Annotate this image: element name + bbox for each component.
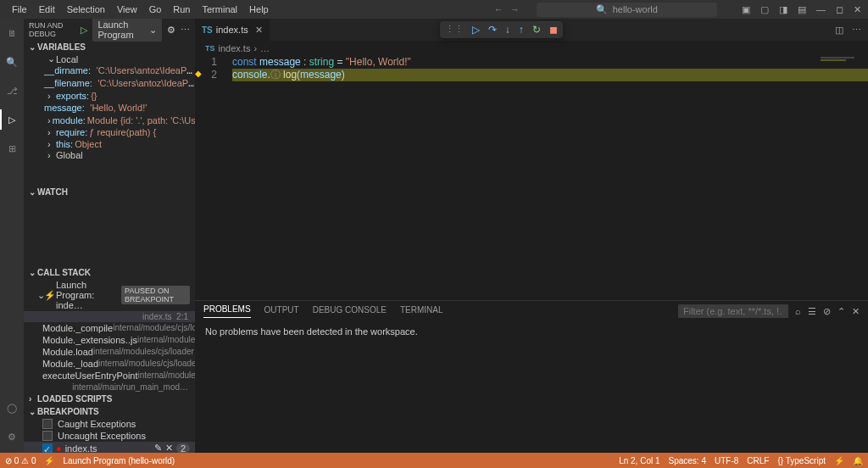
tab-close-icon[interactable]: ✕ [255, 25, 263, 36]
variable-row[interactable]: › exports: {} [24, 90, 195, 102]
bp-file-row[interactable]: ✓ ● index.ts ✎ ✕ 2 [24, 442, 195, 453]
variable-row[interactable]: › require: ƒ require(path) { [24, 126, 195, 138]
menu-selection[interactable]: Selection [62, 3, 110, 16]
menu-run[interactable]: Run [168, 3, 195, 16]
statusbar: ⊘ 0 ⚠ 0⚡Launch Program (hello-world) Ln … [0, 453, 868, 468]
status-item[interactable]: Launch Program (hello-world) [63, 456, 175, 465]
status-item[interactable]: ⚡ [834, 456, 844, 465]
global-scope[interactable]: ›Global [24, 150, 195, 160]
variables-header[interactable]: ⌄Variables [24, 41, 195, 53]
local-scope[interactable]: ⌄Local [24, 53, 195, 64]
play-icon[interactable]: ▷ [81, 25, 87, 36]
line-number[interactable]: 2 [195, 69, 229, 81]
more-icon[interactable]: ⋯ [181, 25, 190, 36]
split-icon[interactable]: ◫ [835, 25, 843, 36]
stack-frame[interactable]: executeUserEntryPointinternal/modules… [24, 370, 195, 382]
stack-frame[interactable]: Module._loadinternal/modules/cjs/loader [24, 358, 195, 370]
status-item[interactable]: ⊘ 0 ⚠ 0 [5, 456, 36, 465]
scm-icon[interactable]: ⎇ [4, 83, 19, 98]
menu-view[interactable]: View [112, 3, 142, 16]
restart-icon[interactable]: ↻ [532, 24, 541, 36]
edit-icon[interactable]: ✎ [154, 443, 162, 453]
menu-terminal[interactable]: Terminal [198, 3, 243, 16]
variable-row[interactable]: __dirname: 'C:\Users\antoz\IdeaProjects… [24, 64, 195, 77]
bp-uncaught[interactable]: Uncaught Exceptions [24, 430, 195, 442]
bp-checkbox[interactable]: ✓ [42, 443, 53, 454]
status-item[interactable]: UTF-8 [715, 456, 738, 465]
status-item[interactable]: 🔔 [853, 456, 863, 465]
minimap[interactable] [817, 56, 868, 73]
step-out-icon[interactable]: ↑ [519, 24, 524, 36]
tab-index-ts[interactable]: TS index.ts ✕ [195, 19, 270, 41]
collapse-icon[interactable]: ☰ [808, 306, 816, 317]
panel-tab-output[interactable]: Output [264, 305, 299, 318]
watch-header[interactable]: ⌄Watch [24, 186, 195, 198]
stack-frame[interactable]: index.ts 2:1 [24, 311, 195, 322]
sidebar-icon[interactable]: ◨ [779, 4, 787, 15]
code-editor[interactable]: ◆ 12 const message : string = "Hello, Wo… [195, 56, 868, 300]
panel-tab-terminal[interactable]: Terminal [400, 305, 443, 318]
search-activity-icon[interactable]: 🔍 [4, 54, 19, 70]
explorer-icon[interactable]: 🗎 [4, 25, 19, 41]
status-item[interactable]: {} TypeScript [777, 456, 826, 465]
status-item[interactable]: ⚡ [44, 456, 54, 465]
account-icon[interactable]: ◯ [4, 400, 19, 415]
variable-row[interactable]: › module: Module {id: '.', path: 'C:\Use… [24, 114, 195, 126]
minimize-icon[interactable]: — [816, 4, 826, 15]
maximize-icon[interactable]: ◻ [836, 4, 843, 15]
clear-icon[interactable]: ⊘ [823, 306, 831, 317]
stack-frame[interactable]: Module._extensions..jsinternal/module… [24, 334, 195, 346]
stack-frame[interactable]: internal/main/run_main_mod… [24, 382, 195, 393]
stop-icon[interactable]: ◼ [549, 24, 558, 36]
menu-help[interactable]: Help [244, 3, 274, 16]
callstack-header[interactable]: ⌄Call Stack [24, 266, 195, 279]
close-panel-icon[interactable]: ✕ [852, 306, 860, 317]
panel-tab-problems[interactable]: Problems [203, 304, 251, 318]
step-into-icon[interactable]: ↓ [505, 24, 510, 36]
customize-icon[interactable]: ▤ [798, 4, 806, 15]
layout-icon[interactable]: ▣ [742, 4, 750, 15]
bp-caught[interactable]: Caught Exceptions [24, 418, 195, 430]
variable-row[interactable]: › this: Object [24, 138, 195, 150]
problems-filter-input[interactable] [678, 304, 788, 318]
debug-icon[interactable]: ▷ [4, 112, 19, 127]
bottom-panel: ProblemsOutputDebug ConsoleTerminal ⌕ ☰ … [195, 300, 868, 453]
code-line[interactable]: const message : string = "Hello, World!" [232, 56, 868, 69]
gear-icon[interactable]: ⚙ [167, 25, 175, 36]
line-number[interactable]: 1 [195, 56, 229, 69]
panel-tab-debug-console[interactable]: Debug Console [313, 305, 387, 318]
loaded-scripts-header[interactable]: ›Loaded Scripts [24, 393, 195, 405]
maximize-panel-icon[interactable]: ⌃ [837, 306, 845, 317]
menu-edit[interactable]: Edit [34, 3, 60, 16]
status-item[interactable]: Ln 2, Col 1 [619, 456, 659, 465]
variable-row[interactable]: message: 'Hello, World!' [24, 102, 195, 114]
code-line[interactable]: console.ⓘ log(message) [232, 69, 868, 81]
variable-row[interactable]: __filename: 'C:\Users\antoz\IdeaProject… [24, 77, 195, 90]
breadcrumb[interactable]: TS index.ts › … [195, 41, 868, 56]
more-actions-icon[interactable]: ⋯ [852, 25, 861, 36]
debug-config-select[interactable]: Launch Program ⌄ [92, 19, 162, 42]
panel-icon[interactable]: ▢ [760, 4, 769, 15]
status-item[interactable]: CRLF [747, 456, 769, 465]
remove-icon[interactable]: ✕ [165, 443, 173, 453]
step-over-icon[interactable]: ↷ [488, 24, 497, 36]
search-icon: 🔍 [596, 4, 608, 15]
close-icon[interactable]: ✕ [854, 4, 861, 15]
status-item[interactable]: Spaces: 4 [669, 456, 706, 465]
stack-frame[interactable]: Module.loadinternal/modules/cjs/loader [24, 346, 195, 358]
search-box[interactable]: 🔍 hello-world [537, 3, 717, 17]
nav-fwd-icon[interactable]: → [510, 4, 520, 14]
menu-file[interactable]: File [7, 3, 32, 16]
continue-icon[interactable]: ▷ [472, 24, 480, 36]
drag-icon[interactable]: ⋮⋮ [445, 24, 464, 36]
menu-go[interactable]: Go [144, 3, 167, 16]
breakpoints-header[interactable]: ⌄Breakpoints [24, 405, 195, 418]
stack-frame[interactable]: Module._compileinternal/modules/cjs/loa… [24, 322, 195, 334]
callstack-thread[interactable]: ⌄ ⚡ Launch Program: inde… Paused on brea… [24, 279, 195, 311]
nav-back-icon[interactable]: ← [494, 4, 504, 14]
debug-toolbar[interactable]: ⋮⋮ ▷ ↷ ↓ ↑ ↻ ◼ [440, 21, 563, 38]
filter-icon[interactable]: ⌕ [795, 306, 801, 316]
extensions-icon[interactable]: ⊞ [4, 141, 19, 156]
nav-arrows[interactable]: ← → [494, 4, 520, 14]
settings-icon[interactable]: ⚙ [4, 429, 19, 444]
